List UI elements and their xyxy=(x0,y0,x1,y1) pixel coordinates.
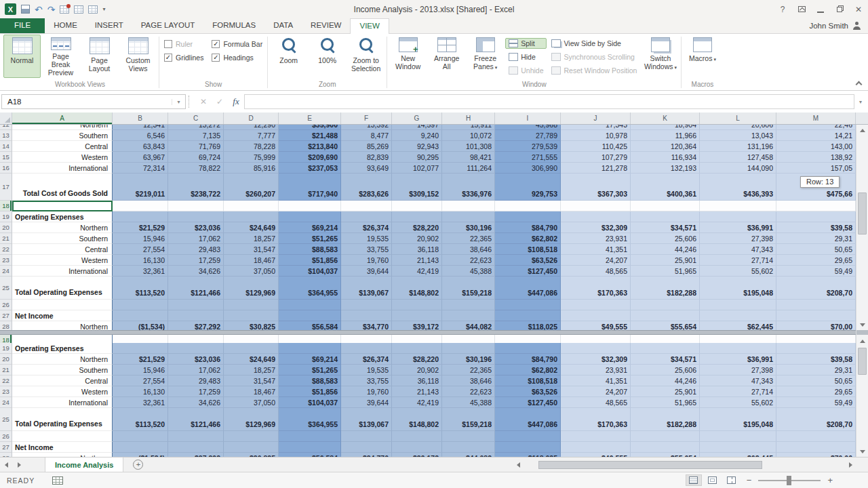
cell-A25[interactable]: Total Operating Expenses xyxy=(12,277,113,300)
cell-C25[interactable]: $121,466 xyxy=(168,277,224,300)
cell-E27[interactable] xyxy=(279,442,341,453)
cell-B18[interactable] xyxy=(113,335,168,343)
cell-K14[interactable]: 120,364 xyxy=(631,141,700,152)
cell-F24[interactable]: 39,644 xyxy=(341,397,392,408)
cell-E12[interactable]: $35,900 xyxy=(279,125,341,130)
cell-A19[interactable]: Operating Expenses xyxy=(12,211,113,222)
cell-F25[interactable]: $139,067 xyxy=(341,408,392,431)
restore-button[interactable] xyxy=(830,0,849,18)
cell-D27[interactable] xyxy=(224,442,279,453)
cell-A15[interactable]: Western xyxy=(12,152,113,163)
cell-B16[interactable]: 72,314 xyxy=(113,163,168,174)
cell-D13[interactable]: 7,777 xyxy=(224,130,279,141)
cell-I22[interactable]: $108,518 xyxy=(495,244,561,255)
enter-button[interactable]: ✓ xyxy=(212,94,228,109)
cell-D16[interactable]: 85,916 xyxy=(224,163,279,174)
cell-L21[interactable]: 27,398 xyxy=(700,365,776,375)
select-all-corner[interactable] xyxy=(0,113,12,124)
column-header-H[interactable]: H xyxy=(442,113,495,124)
cell-L12[interactable]: 20,606 xyxy=(700,125,776,130)
column-header-F[interactable]: F xyxy=(341,113,392,124)
cell-B13[interactable]: 6,546 xyxy=(113,130,168,141)
cell-I19[interactable] xyxy=(495,211,561,222)
zoom-button[interactable]: Zoom xyxy=(270,35,307,78)
horizontal-scrollbar-track[interactable] xyxy=(524,460,845,470)
cell-H23[interactable]: 22,623 xyxy=(442,386,495,397)
cancel-button[interactable]: ✕ xyxy=(195,94,212,109)
cell-F28[interactable]: $34,770 xyxy=(341,321,392,330)
sheet-nav-right-button[interactable] xyxy=(13,458,26,472)
cell-F22[interactable]: 33,755 xyxy=(341,375,392,386)
row-header-14[interactable]: 14 xyxy=(0,141,12,152)
sheet-tab-income-analysis[interactable]: Income Analysis xyxy=(45,458,123,472)
zoom-slider[interactable] xyxy=(758,480,821,481)
cell-H25[interactable]: $159,218 xyxy=(442,277,495,300)
cell-I16[interactable]: 306,990 xyxy=(495,163,561,174)
cell-J14[interactable]: 110,425 xyxy=(561,141,631,152)
cell-F23[interactable]: 19,760 xyxy=(341,386,392,397)
cell-B17[interactable]: $219,011 xyxy=(113,174,168,201)
row-header-27[interactable]: 27 xyxy=(0,442,12,453)
hide-button[interactable]: Hide xyxy=(505,52,547,62)
cell-D20[interactable]: $24,649 xyxy=(224,222,279,233)
cell-B21[interactable]: 15,946 xyxy=(113,365,168,375)
save-icon[interactable] xyxy=(21,5,30,14)
cell-G26[interactable] xyxy=(392,300,442,310)
cell-H15[interactable]: 98,421 xyxy=(442,152,495,163)
cell-G18[interactable] xyxy=(392,335,442,343)
cell-D28[interactable]: $30,825 xyxy=(224,321,279,330)
view-side-by-side-button[interactable]: View Side by Side xyxy=(548,38,640,49)
cell-L17[interactable]: $436,393 xyxy=(700,174,776,201)
cell-K19[interactable] xyxy=(631,211,700,222)
cell-E27[interactable] xyxy=(279,310,341,321)
row-header-27[interactable]: 27 xyxy=(0,310,12,321)
cell-J27[interactable] xyxy=(561,310,631,321)
cell-I19[interactable] xyxy=(495,343,561,354)
cell-J17[interactable]: $367,303 xyxy=(561,174,631,201)
cell-H23[interactable]: 22,623 xyxy=(442,255,495,266)
cell-J27[interactable] xyxy=(561,442,631,453)
cell-F16[interactable]: 93,649 xyxy=(341,163,392,174)
cell-E14[interactable]: $213,840 xyxy=(279,141,341,152)
cell-E25[interactable]: $364,955 xyxy=(279,408,341,431)
cell-M21[interactable]: 29,31 xyxy=(776,233,856,244)
cell-G22[interactable]: 36,118 xyxy=(392,375,442,386)
column-header-I[interactable]: I xyxy=(495,113,561,124)
cell-E19[interactable] xyxy=(279,211,341,222)
cell-B24[interactable]: 32,361 xyxy=(113,266,168,277)
cell-A20[interactable]: Northern xyxy=(12,222,113,233)
cell-A18[interactable] xyxy=(12,335,113,343)
cell-B27[interactable] xyxy=(113,442,168,453)
tab-formulas[interactable]: FORMULAS xyxy=(203,18,264,33)
cell-C26[interactable] xyxy=(168,431,224,442)
cell-D23[interactable]: 18,467 xyxy=(224,386,279,397)
reset-window-position-button[interactable]: Reset Window Position xyxy=(548,65,640,76)
row-header-15[interactable]: 15 xyxy=(0,152,12,163)
row-header-24[interactable]: 24 xyxy=(0,266,12,277)
cell-H16[interactable]: 111,264 xyxy=(442,163,495,174)
cell-B23[interactable]: 16,130 xyxy=(113,386,168,397)
cell-B25[interactable]: $113,520 xyxy=(113,277,168,300)
cell-J20[interactable]: $32,309 xyxy=(561,354,631,365)
excel-logo-icon[interactable]: X xyxy=(5,3,16,15)
name-box-dropdown-icon[interactable]: ▾ xyxy=(172,99,185,105)
row-header-22[interactable]: 22 xyxy=(0,244,12,255)
undo-icon[interactable]: ↶ xyxy=(35,5,43,14)
cell-B28[interactable]: ($1,534) xyxy=(113,321,168,330)
cell-E22[interactable]: $88,583 xyxy=(279,375,341,386)
scrollbar-split[interactable] xyxy=(856,330,868,335)
zoom-to-selection-button[interactable]: Zoom to Selection xyxy=(347,35,384,78)
cell-C20[interactable]: $23,036 xyxy=(168,354,224,365)
cell-A21[interactable]: Southern xyxy=(12,365,113,375)
cell-B12[interactable]: 12,341 xyxy=(113,125,168,130)
cell-A24[interactable]: International xyxy=(12,397,113,408)
cell-I23[interactable]: $63,526 xyxy=(495,255,561,266)
tab-insert[interactable]: INSERT xyxy=(86,18,132,33)
cell-C18[interactable] xyxy=(168,201,224,211)
cell-K22[interactable]: 44,246 xyxy=(631,244,700,255)
arrange-all-button[interactable]: Arrange All xyxy=(428,35,465,78)
cell-J19[interactable] xyxy=(561,211,631,222)
cell-F14[interactable]: 85,269 xyxy=(341,141,392,152)
row-header-20[interactable]: 20 xyxy=(0,354,12,365)
cell-C22[interactable]: 29,483 xyxy=(168,244,224,255)
